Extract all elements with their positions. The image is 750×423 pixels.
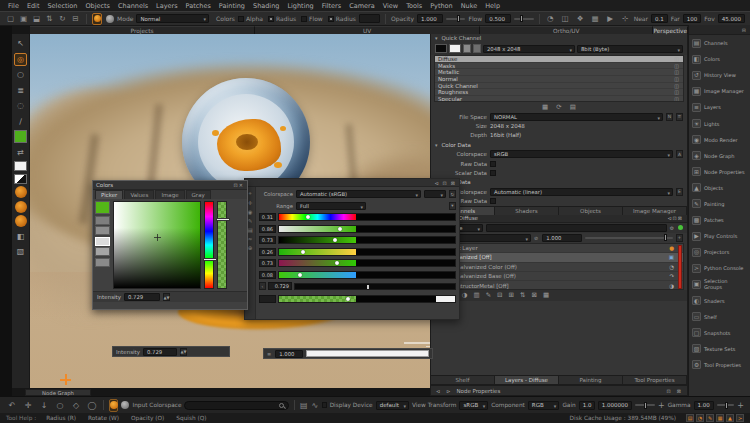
channel-slider[interactable] (278, 271, 456, 279)
file-space-dropdown[interactable]: NORMAL (490, 113, 663, 121)
layers-panel-header[interactable]: Layers - Diffuse ⊲ ⊡ ⊠ (431, 215, 687, 223)
menu-item[interactable]: View (383, 2, 398, 10)
channel-slider[interactable] (278, 225, 456, 233)
input-colorspace-search[interactable] (184, 401, 288, 410)
palette-rail-item[interactable]: ▣ Selection Groups (689, 276, 750, 292)
scalar-data-checkbox[interactable] (490, 170, 496, 176)
python-status-icon[interactable]: ≻ (736, 414, 744, 422)
saturation-value-square[interactable] (113, 201, 201, 289)
Roughness[interactable]: Roughness ◫ (435, 89, 683, 96)
gamma-reset-button[interactable]: + (737, 399, 744, 411)
sliders-palette-header[interactable]: ⊲ ⊡ ⊠ (245, 179, 459, 187)
Galvanized [Off][interactable]: ● Galvanized [Off] ▣ (435, 253, 683, 262)
wave-icon[interactable]: ≈ (248, 236, 253, 242)
layer-options-button[interactable]: + (676, 234, 683, 242)
layers-scrollbar[interactable] (678, 245, 682, 289)
history-swatch[interactable] (95, 216, 110, 225)
history-swatch[interactable] (95, 247, 110, 256)
add-adjustment-icon[interactable]: ◑ (462, 291, 468, 299)
background-color-swatch[interactable] (14, 161, 27, 171)
decrement-button[interactable]: ‹ (259, 282, 266, 290)
colors-tab[interactable]: Values (124, 190, 154, 199)
viewport-tab[interactable]: Perspective (653, 26, 688, 34)
intensity-stepper[interactable]: ▲▼ (163, 293, 170, 301)
alpha-value-field[interactable]: 1.000 (275, 350, 303, 358)
project-status-icon[interactable]: ▤ (686, 414, 694, 422)
polygon-select-icon[interactable]: ◇ (70, 399, 82, 411)
symmetry-icon[interactable]: ❖ (575, 13, 586, 24)
Masks[interactable]: Masks ◫ (435, 63, 683, 70)
transfer-icon[interactable]: ⇅ (520, 291, 525, 299)
menu-item[interactable]: Painting (219, 2, 245, 10)
menu-item[interactable]: Tools (406, 2, 422, 10)
paint-status-icon[interactable]: ✎ (706, 414, 714, 422)
palette-rail-item[interactable]: ✎ Painting (689, 196, 750, 212)
menu-item[interactable]: Edit (27, 2, 40, 10)
wireframe-icon[interactable]: ▦ (590, 13, 601, 24)
palette-rail-item[interactable]: ▶ Play Controls (689, 228, 750, 244)
swap-colors-icon[interactable]: ⇄ (14, 146, 27, 159)
slice-tool[interactable]: ∕ (14, 115, 27, 128)
mask-data-section[interactable]: ▾Mask Data (431, 178, 687, 187)
channel-value-field[interactable]: 0.08 (259, 271, 276, 279)
menu-item[interactable]: File (8, 2, 19, 10)
panel-tab[interactable]: Objects (559, 207, 623, 215)
intensity-field[interactable]: 0.729 (143, 348, 177, 356)
move-icon[interactable]: ✛ (248, 200, 253, 206)
open-project-icon[interactable]: ▣ (18, 13, 29, 24)
menu-item[interactable]: Channels (118, 2, 148, 10)
ConstructorMetal [Off][interactable]: ConstructorMetal [Off] ◑ (435, 281, 683, 289)
save-icon[interactable]: ⬓ (31, 13, 42, 24)
channel-colorspace-dropdown[interactable]: sRGB (490, 150, 673, 158)
play-icon[interactable]: ▶ (605, 13, 616, 24)
gain-slider[interactable] (635, 404, 655, 406)
opacity-slider[interactable] (446, 18, 466, 20)
pin-icon[interactable]: ⊡ (667, 388, 672, 394)
colorspace-sub-dropdown[interactable] (424, 190, 446, 198)
eraser-tool[interactable]: ○ (14, 68, 27, 81)
bw-reset-swatch[interactable] (14, 174, 27, 184)
colorspace-dropdown[interactable]: Automatic (sRGB) (296, 190, 421, 198)
channel-value-field[interactable]: 0.73 (259, 236, 276, 244)
merge-icon[interactable]: ⊟ (497, 291, 502, 299)
brush-preset-3[interactable] (15, 215, 27, 227)
value-field[interactable]: 0.729 (268, 282, 292, 290)
node-graph-tab[interactable]: Node Graph (25, 389, 91, 396)
zoom-tool[interactable]: ◌ (14, 99, 27, 112)
palette-rail-item[interactable]: ≡ Layers (689, 99, 750, 115)
palette-rail-item[interactable]: ◉ Modo Render (689, 132, 750, 148)
display-device-dropdown[interactable]: default (376, 401, 409, 410)
layers-search-input[interactable] (486, 224, 667, 232)
transform-icon[interactable]: ✛ (22, 399, 34, 411)
palette-rail-item[interactable]: ◎ Projectors (689, 244, 750, 260)
lighting-icon[interactable]: ◔ (545, 13, 556, 24)
panel-tab[interactable]: Tool Properties (623, 376, 687, 384)
history-swatch[interactable] (95, 258, 110, 267)
color-data-section[interactable]: ▾Color Data (431, 140, 687, 149)
black-swatch[interactable] (435, 44, 447, 53)
gamma-field[interactable]: 1.00 (694, 401, 714, 410)
new-project-icon[interactable]: ▢ (5, 13, 16, 24)
panel-tab[interactable]: Painting (559, 376, 623, 384)
ellipse-select-icon[interactable]: ○ (54, 399, 66, 411)
white-swatch[interactable] (449, 44, 461, 53)
colors-tab[interactable]: Gray (186, 190, 211, 199)
palette-rail-item[interactable]: ▢ Snapshots (689, 325, 750, 341)
target-icon[interactable]: ◉ (248, 209, 253, 215)
viewport-tab[interactable]: Ortho/UV (480, 26, 653, 34)
alpha-field[interactable] (259, 295, 276, 303)
undo-icon[interactable]: ↶ (6, 399, 18, 411)
eyedropper-icon[interactable]: ⌖ (248, 190, 251, 197)
pin-icon[interactable]: ⊡ (443, 180, 448, 186)
channel-slider[interactable] (278, 248, 456, 256)
Metallic[interactable]: Metallic ◫ (435, 69, 683, 76)
active-brush-icon[interactable] (109, 399, 118, 412)
palette-rail-item[interactable]: ▦ Image Manager (689, 83, 750, 99)
palette-rail-item[interactable]: ≻ Python Console (689, 260, 750, 276)
colorspace-reset-button[interactable]: ↻ (449, 190, 456, 198)
close-icon[interactable]: ✕ (239, 182, 244, 188)
plus-icon[interactable]: ⊕ (248, 245, 253, 251)
option-checkbox[interactable]: Alpha (238, 15, 263, 22)
handle-icon[interactable]: ≡ (267, 351, 272, 357)
intensity-stepper[interactable]: ▲▼ (180, 348, 187, 356)
